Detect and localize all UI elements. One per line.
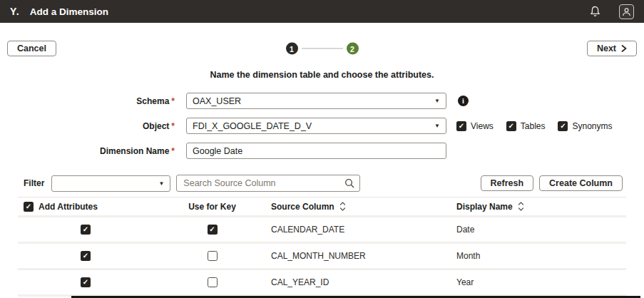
wizard-action-row: Cancel 1 2 Next: [0, 40, 644, 57]
object-label: Object*: [0, 121, 175, 131]
chevron-down-icon: ▼: [158, 180, 164, 187]
dimension-name-label: Dimension Name*: [0, 146, 175, 156]
source-column-value: CALENDAR_DATE: [271, 225, 456, 235]
add-attribute-checkbox[interactable]: [81, 225, 91, 235]
schema-select[interactable]: OAX_USER ▼: [186, 93, 446, 109]
display-name-value: Month: [456, 251, 626, 261]
create-column-button[interactable]: Create Column: [539, 175, 623, 191]
chevron-down-icon: ▼: [434, 123, 440, 129]
object-type-synonyms[interactable]: Synonyms: [558, 121, 612, 131]
filter-select[interactable]: ▼: [51, 175, 170, 192]
search-icon[interactable]: [344, 178, 354, 191]
column-header-display-name[interactable]: Display Name: [456, 202, 626, 212]
use-for-key-checkbox[interactable]: [208, 277, 218, 287]
column-header-use-for-key: Use for Key: [153, 202, 271, 212]
chevron-right-icon: [621, 45, 627, 52]
display-name-value: Year: [456, 277, 626, 287]
wizard-subtitle: Name the dimension table and choose the …: [0, 70, 644, 80]
sort-icon[interactable]: [339, 202, 346, 211]
use-for-key-checkbox[interactable]: [208, 251, 218, 261]
filter-bar: Filter ▼ Refresh Create Column: [0, 175, 644, 192]
object-select[interactable]: FDI_X_GOOGLE_DATE_D_V ▼: [186, 118, 446, 134]
dimension-form: Schema* OAX_USER ▼ i Object* FDI_X_GOOGL…: [0, 93, 644, 159]
schema-row: Schema* OAX_USER ▼ i: [0, 93, 644, 109]
dimension-name-input[interactable]: [186, 143, 446, 159]
filter-label: Filter: [24, 178, 44, 188]
checkbox[interactable]: [558, 121, 568, 131]
use-for-key-checkbox[interactable]: [208, 225, 218, 235]
object-type-tables[interactable]: Tables: [506, 121, 546, 131]
user-avatar-icon[interactable]: [619, 4, 634, 19]
schema-label: Schema*: [0, 96, 175, 106]
required-asterisk: *: [171, 146, 175, 156]
refresh-button[interactable]: Refresh: [481, 175, 534, 191]
next-button-label: Next: [597, 43, 616, 53]
schema-select-value: OAX_USER: [193, 96, 241, 106]
source-column-value: CAL_MONTH_NUMBER: [271, 251, 456, 261]
add-attribute-checkbox[interactable]: [81, 251, 91, 261]
table-header-row: Add Attributes Use for Key Source Column…: [18, 197, 626, 217]
table-row: CALENDAR_DATEDate: [18, 217, 626, 244]
source-column-value: CAL_YEAR_ID: [271, 277, 456, 287]
object-select-value: FDI_X_GOOGLE_DATE_D_V: [193, 121, 312, 131]
next-button[interactable]: Next: [587, 41, 637, 56]
select-all-checkbox[interactable]: [24, 202, 34, 212]
object-type-views[interactable]: Views: [456, 121, 494, 131]
add-dimension-page: Y. Add a Dimension Cancel 1 2 Next: [0, 0, 644, 298]
checkbox[interactable]: [506, 121, 516, 131]
sort-icon[interactable]: [518, 202, 524, 211]
required-asterisk: *: [171, 96, 175, 106]
checkbox[interactable]: [456, 121, 466, 131]
step-connector: [302, 48, 343, 49]
step-train: 1 2: [286, 43, 359, 55]
search-wrap: [176, 175, 360, 192]
dimension-name-row: Dimension Name*: [0, 143, 644, 159]
checkbox-label: Views: [471, 121, 494, 131]
step-2-indicator[interactable]: 2: [347, 43, 359, 55]
table-row: CAL_YEAR_IDYear: [18, 270, 626, 297]
step-1-indicator[interactable]: 1: [286, 43, 298, 55]
required-asterisk: *: [171, 121, 175, 131]
chevron-down-icon: ▼: [434, 98, 440, 104]
app-header: Y. Add a Dimension: [0, 0, 644, 23]
table-row: CAL_MONTH_NUMBERMonth: [18, 244, 626, 270]
column-header-add-attributes: Add Attributes: [18, 202, 153, 212]
display-name-value: Date: [456, 225, 626, 235]
cancel-button[interactable]: Cancel: [7, 41, 56, 56]
object-type-checks: ViewsTablesSynonyms: [456, 121, 613, 131]
add-attribute-checkbox[interactable]: [81, 277, 91, 287]
page-title: Add a Dimension: [30, 6, 108, 17]
checkbox-label: Tables: [521, 121, 546, 131]
notifications-bell-icon[interactable]: [586, 3, 603, 20]
column-header-source-column[interactable]: Source Column: [271, 202, 456, 212]
app-logo: Y.: [10, 6, 20, 17]
attributes-table: Add Attributes Use for Key Source Column…: [18, 197, 626, 297]
table-body: CALENDAR_DATEDateCAL_MONTH_NUMBERMonthCA…: [18, 217, 626, 297]
info-icon[interactable]: i: [458, 96, 469, 106]
object-row: Object* FDI_X_GOOGLE_DATE_D_V ▼ ViewsTab…: [0, 118, 644, 134]
checkbox-label: Synonyms: [572, 121, 612, 131]
search-input[interactable]: [176, 175, 360, 192]
